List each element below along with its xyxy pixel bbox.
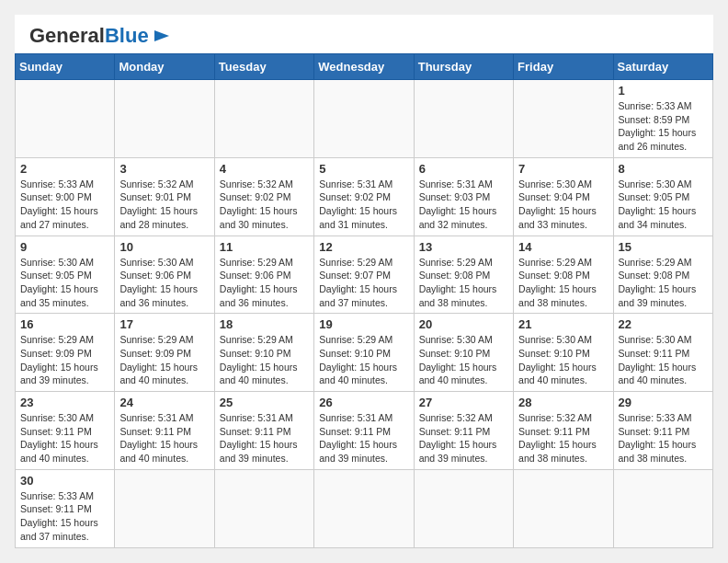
day-info: Sunrise: 5:30 AM Sunset: 9:05 PM Dayligh… [619, 178, 708, 232]
logo-icon [153, 27, 171, 45]
calendar-cell [314, 80, 414, 158]
calendar-cell: 29Sunrise: 5:33 AM Sunset: 9:11 PM Dayli… [613, 392, 712, 470]
logo-blue: Blue [105, 24, 149, 47]
day-number: 16 [20, 317, 109, 331]
calendar-cell: 3Sunrise: 5:32 AM Sunset: 9:01 PM Daylig… [115, 157, 214, 236]
calendar-cell: 24Sunrise: 5:31 AM Sunset: 9:11 PM Dayli… [115, 392, 214, 470]
day-number: 21 [518, 317, 608, 331]
calendar-cell [414, 80, 513, 158]
calendar-cell: 5Sunrise: 5:31 AM Sunset: 9:02 PM Daylig… [314, 157, 414, 236]
day-number: 27 [419, 396, 508, 409]
day-number: 22 [619, 317, 708, 331]
calendar-cell: 22Sunrise: 5:30 AM Sunset: 9:11 PM Dayli… [613, 314, 712, 392]
calendar-cell: 4Sunrise: 5:32 AM Sunset: 9:02 PM Daylig… [214, 157, 313, 236]
day-number: 7 [518, 162, 608, 176]
calendar-cell: 10Sunrise: 5:30 AM Sunset: 9:06 PM Dayli… [115, 236, 214, 314]
calendar-cell [613, 469, 712, 547]
day-info: Sunrise: 5:32 AM Sunset: 9:11 PM Dayligh… [518, 411, 608, 465]
calendar-cell: 25Sunrise: 5:31 AM Sunset: 9:11 PM Dayli… [214, 392, 313, 470]
calendar-cell: 7Sunrise: 5:30 AM Sunset: 9:04 PM Daylig… [514, 157, 613, 236]
weekday-header-thursday: Thursday [414, 54, 513, 80]
day-number: 17 [119, 317, 209, 331]
day-info: Sunrise: 5:32 AM Sunset: 9:02 PM Dayligh… [220, 178, 309, 232]
day-number: 13 [419, 240, 508, 254]
calendar-cell: 19Sunrise: 5:29 AM Sunset: 9:10 PM Dayli… [314, 314, 414, 392]
week-row-4: 16Sunrise: 5:29 AM Sunset: 9:09 PM Dayli… [16, 314, 713, 392]
day-info: Sunrise: 5:29 AM Sunset: 9:10 PM Dayligh… [319, 333, 408, 387]
day-number: 6 [419, 162, 508, 176]
calendar-cell: 6Sunrise: 5:31 AM Sunset: 9:03 PM Daylig… [414, 157, 513, 236]
day-info: Sunrise: 5:33 AM Sunset: 9:11 PM Dayligh… [20, 489, 109, 544]
weekday-header-monday: Monday [115, 54, 214, 80]
day-info: Sunrise: 5:31 AM Sunset: 9:11 PM Dayligh… [220, 411, 309, 465]
logo-text: GeneralBlue [29, 26, 149, 46]
calendar-cell: 20Sunrise: 5:30 AM Sunset: 9:10 PM Dayli… [414, 314, 513, 392]
calendar-cell: 14Sunrise: 5:29 AM Sunset: 9:08 PM Dayli… [514, 236, 613, 314]
day-info: Sunrise: 5:29 AM Sunset: 9:07 PM Dayligh… [319, 256, 408, 310]
day-info: Sunrise: 5:31 AM Sunset: 9:02 PM Dayligh… [319, 178, 408, 232]
calendar-cell: 1Sunrise: 5:33 AM Sunset: 8:59 PM Daylig… [613, 80, 712, 158]
calendar-cell: 28Sunrise: 5:32 AM Sunset: 9:11 PM Dayli… [514, 392, 613, 470]
calendar-cell: 13Sunrise: 5:29 AM Sunset: 9:08 PM Dayli… [414, 236, 513, 314]
day-number: 28 [518, 396, 608, 409]
calendar-cell: 2Sunrise: 5:33 AM Sunset: 9:00 PM Daylig… [16, 157, 115, 236]
calendar-cell: 17Sunrise: 5:29 AM Sunset: 9:09 PM Dayli… [115, 314, 214, 392]
calendar-cell: 18Sunrise: 5:29 AM Sunset: 9:10 PM Dayli… [214, 314, 313, 392]
day-info: Sunrise: 5:30 AM Sunset: 9:04 PM Dayligh… [518, 178, 608, 232]
day-info: Sunrise: 5:32 AM Sunset: 9:01 PM Dayligh… [119, 178, 209, 232]
day-number: 5 [319, 162, 408, 176]
weekday-header-saturday: Saturday [613, 54, 712, 80]
weekday-header-row: SundayMondayTuesdayWednesdayThursdayFrid… [16, 54, 713, 80]
day-info: Sunrise: 5:31 AM Sunset: 9:11 PM Dayligh… [119, 411, 209, 465]
calendar-cell: 12Sunrise: 5:29 AM Sunset: 9:07 PM Dayli… [314, 236, 414, 314]
calendar-cell: 8Sunrise: 5:30 AM Sunset: 9:05 PM Daylig… [613, 157, 712, 236]
logo: GeneralBlue [29, 26, 171, 46]
day-info: Sunrise: 5:33 AM Sunset: 8:59 PM Dayligh… [619, 99, 708, 154]
weekday-header-wednesday: Wednesday [314, 54, 414, 80]
day-info: Sunrise: 5:33 AM Sunset: 9:11 PM Dayligh… [619, 411, 708, 465]
logo-general: General [29, 24, 105, 47]
day-number: 24 [119, 396, 209, 409]
day-number: 12 [319, 240, 408, 254]
calendar-cell [414, 469, 513, 547]
day-info: Sunrise: 5:31 AM Sunset: 9:03 PM Dayligh… [419, 178, 508, 232]
day-number: 26 [319, 396, 408, 409]
day-number: 19 [319, 317, 408, 331]
day-number: 15 [619, 240, 708, 254]
calendar-cell: 9Sunrise: 5:30 AM Sunset: 9:05 PM Daylig… [16, 236, 115, 314]
day-info: Sunrise: 5:30 AM Sunset: 9:05 PM Dayligh… [20, 256, 109, 310]
svg-marker-0 [154, 30, 169, 41]
day-info: Sunrise: 5:32 AM Sunset: 9:11 PM Dayligh… [419, 411, 508, 465]
week-row-2: 2Sunrise: 5:33 AM Sunset: 9:00 PM Daylig… [16, 157, 713, 236]
day-info: Sunrise: 5:29 AM Sunset: 9:08 PM Dayligh… [518, 256, 608, 310]
week-row-3: 9Sunrise: 5:30 AM Sunset: 9:05 PM Daylig… [16, 236, 713, 314]
day-number: 14 [518, 240, 608, 254]
calendar-table: SundayMondayTuesdayWednesdayThursdayFrid… [15, 53, 713, 548]
day-info: Sunrise: 5:29 AM Sunset: 9:06 PM Dayligh… [220, 256, 309, 310]
day-number: 8 [619, 162, 708, 176]
calendar-cell: 30Sunrise: 5:33 AM Sunset: 9:11 PM Dayli… [16, 469, 115, 547]
day-number: 3 [119, 162, 209, 176]
day-info: Sunrise: 5:31 AM Sunset: 9:11 PM Dayligh… [319, 411, 408, 465]
week-row-5: 23Sunrise: 5:30 AM Sunset: 9:11 PM Dayli… [16, 392, 713, 470]
calendar-cell [514, 469, 613, 547]
weekday-header-tuesday: Tuesday [214, 54, 313, 80]
day-number: 1 [619, 84, 708, 98]
calendar-cell: 16Sunrise: 5:29 AM Sunset: 9:09 PM Dayli… [16, 314, 115, 392]
day-info: Sunrise: 5:30 AM Sunset: 9:10 PM Dayligh… [419, 333, 508, 387]
calendar-cell [214, 469, 313, 547]
day-number: 20 [419, 317, 508, 331]
calendar-cell [115, 80, 214, 158]
day-info: Sunrise: 5:29 AM Sunset: 9:09 PM Dayligh… [119, 333, 209, 387]
calendar-cell [514, 80, 613, 158]
day-number: 10 [119, 240, 209, 254]
day-number: 4 [220, 162, 309, 176]
weekday-header-friday: Friday [514, 54, 613, 80]
day-info: Sunrise: 5:30 AM Sunset: 9:11 PM Dayligh… [619, 333, 708, 387]
day-info: Sunrise: 5:29 AM Sunset: 9:08 PM Dayligh… [419, 256, 508, 310]
day-number: 30 [20, 474, 109, 488]
calendar-cell: 11Sunrise: 5:29 AM Sunset: 9:06 PM Dayli… [214, 236, 313, 314]
day-info: Sunrise: 5:33 AM Sunset: 9:00 PM Dayligh… [20, 178, 109, 232]
calendar-cell [16, 80, 115, 158]
day-number: 9 [20, 240, 109, 254]
